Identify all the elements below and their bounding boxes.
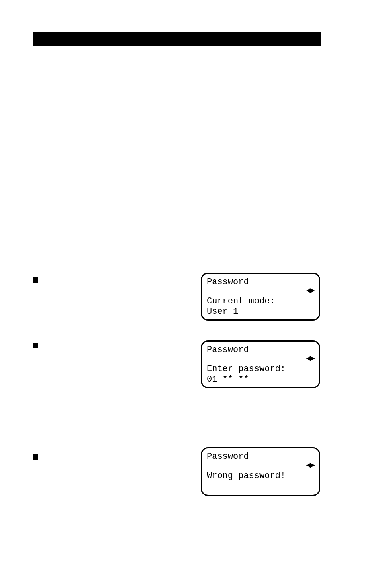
nav-arrows-icon: ◀▶: [306, 460, 315, 470]
lcd-line: Current mode:: [207, 296, 314, 307]
lcd-title: Password: [207, 452, 249, 462]
header-bar: [33, 32, 321, 46]
bullet-icon: [33, 277, 38, 283]
lcd-screen-enter-password: Password ◀▶ Enter password: 01 ** **: [201, 340, 320, 388]
bullet-icon: [33, 343, 38, 348]
page: Password ◀▶ Current mode: User 1 Passwor…: [0, 0, 380, 588]
lcd-line: Wrong password!: [207, 471, 314, 481]
lcd-title: Password: [207, 345, 249, 355]
lcd-screen-current-mode: Password ◀▶ Current mode: User 1: [201, 273, 320, 321]
lcd-line: Enter password:: [207, 364, 314, 374]
lcd-line: User 1: [207, 307, 314, 317]
lcd-line: 01 ** **: [207, 374, 314, 385]
nav-arrows-icon: ◀▶: [306, 286, 315, 296]
bullet-icon: [33, 454, 38, 460]
nav-arrows-icon: ◀▶: [306, 354, 315, 364]
lcd-screen-wrong-password: Password ◀▶ Wrong password!: [201, 447, 320, 496]
lcd-title: Password: [207, 277, 249, 287]
